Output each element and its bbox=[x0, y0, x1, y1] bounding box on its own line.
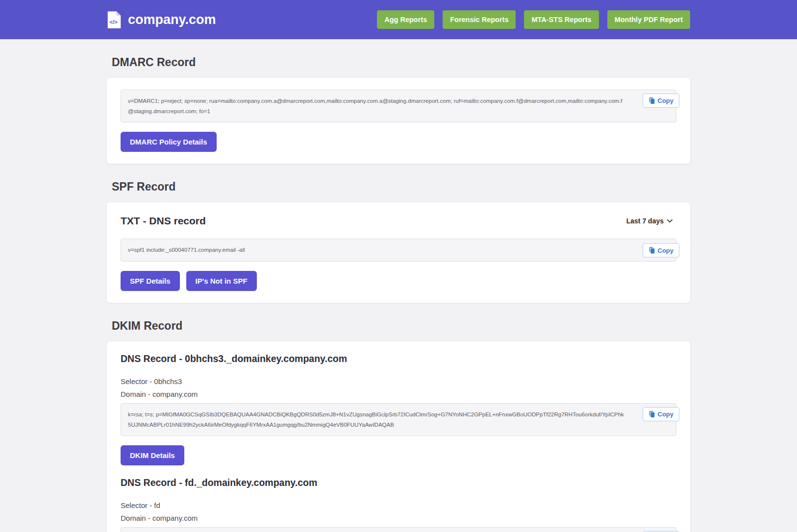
dkim-record-title: DNS Record - 0bhchs3._domainkey.company.… bbox=[121, 353, 676, 364]
copy-icon bbox=[648, 411, 655, 418]
chevron-down-icon bbox=[667, 219, 672, 223]
copy-button-label: Copy bbox=[658, 411, 674, 418]
brand-name: company.com bbox=[128, 12, 216, 27]
dkim-card: DNS Record - 0bhchs3._domainkey.company.… bbox=[107, 341, 690, 532]
spf-details-button[interactable]: SPF Details bbox=[121, 271, 180, 291]
brand-link[interactable]: </> company.com bbox=[107, 11, 216, 29]
dkim-details-button[interactable]: DKIM Details bbox=[121, 445, 184, 465]
spf-section-heading: SPF Record bbox=[112, 180, 690, 193]
spf-record-text: v=spf1 include:_s00040771.company.email … bbox=[128, 247, 245, 253]
ips-not-in-spf-button[interactable]: IP's Not in SPF bbox=[186, 271, 257, 291]
spf-copy-button[interactable]: Copy bbox=[643, 243, 680, 257]
dmarc-section-heading: DMARC Record bbox=[112, 56, 690, 69]
spf-record-box: v=spf1 include:_s00040771.company.email … bbox=[121, 239, 676, 262]
nav-forensic-reports[interactable]: Forensic Reports bbox=[443, 10, 516, 29]
main-nav: Agg Reports Forensic Reports MTA-STS Rep… bbox=[377, 10, 690, 29]
spf-card-title: TXT - DNS record bbox=[121, 215, 206, 227]
dkim-record-title: DNS Record - fd._domainkey.company.com bbox=[121, 477, 676, 488]
brand-logo-icon: </> bbox=[107, 11, 122, 29]
main-content: DMARC Record v=DMARC1; p=reject; sp=none… bbox=[107, 56, 690, 532]
dkim-selector-label: Selector - 0bhchs3 bbox=[121, 377, 676, 386]
dmarc-copy-button[interactable]: Copy bbox=[643, 94, 680, 108]
dmarc-record-box: v=DMARC1; p=reject; sp=none; rua=mailto:… bbox=[121, 90, 676, 122]
nav-agg-reports[interactable]: Agg Reports bbox=[377, 10, 434, 29]
dkim-record-text: k=rsa; t=s; p=MIGfMA0GCSqGSIb3DQEBAQUAA4… bbox=[128, 411, 624, 428]
dmarc-card: v=DMARC1; p=reject; sp=none; rua=mailto:… bbox=[107, 78, 690, 164]
period-dropdown[interactable]: Last 7 days bbox=[623, 214, 676, 228]
svg-text:</>: </> bbox=[109, 19, 118, 24]
dmarc-record-text: v=DMARC1; p=reject; sp=none; rua=mailto:… bbox=[128, 98, 623, 114]
copy-button-label: Copy bbox=[658, 246, 674, 254]
spf-card: TXT - DNS record Last 7 days v=spf1 incl… bbox=[107, 202, 690, 303]
copy-icon bbox=[648, 97, 655, 104]
dmarc-policy-details-button[interactable]: DMARC Policy Details bbox=[121, 132, 217, 152]
app-header: </> company.com Agg Reports Forensic Rep… bbox=[0, 0, 797, 39]
nav-monthly-pdf-report[interactable]: Monthly PDF Report bbox=[607, 10, 690, 29]
nav-mta-sts-reports[interactable]: MTA-STS Reports bbox=[524, 10, 598, 29]
dkim-domain-label: Domain - company.com bbox=[121, 390, 676, 398]
period-dropdown-value: Last 7 days bbox=[626, 217, 664, 225]
dkim-selector-label: Selector - fd bbox=[121, 501, 676, 509]
dkim-record-box: v=DKIM1;k=rsa;p=MIIBIjANBgkqhkiG9w0BAQEF… bbox=[121, 527, 676, 532]
copy-icon bbox=[648, 246, 655, 254]
copy-button-label: Copy bbox=[658, 97, 674, 104]
dkim-record-box: k=rsa; t=s; p=MIGfMA0GCSqGSIb3DQEBAQUAA4… bbox=[121, 403, 676, 436]
dkim-section-heading: DKIM Record bbox=[112, 319, 690, 333]
dkim-copy-button[interactable]: Copy bbox=[643, 407, 680, 421]
dkim-domain-label: Domain - company.com bbox=[121, 514, 676, 522]
